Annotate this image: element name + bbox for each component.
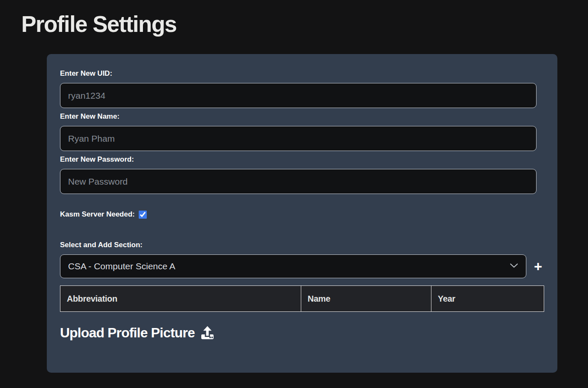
section-select-value: CSA - Computer Science A — [68, 261, 175, 271]
chevron-down-icon — [509, 260, 519, 273]
page-title: Profile Settings — [21, 11, 588, 37]
kasm-server-row: Kasm Server Needed: — [60, 210, 544, 219]
password-label: Enter New Password: — [60, 155, 544, 164]
kasm-server-label: Kasm Server Needed: — [60, 210, 135, 219]
upload-profile-picture-label: Upload Profile Picture — [60, 325, 195, 341]
section-select-row: CSA - Computer Science A + — [60, 254, 544, 278]
upload-icon — [200, 326, 214, 340]
sections-table-header-row: Abbreviation Name Year — [60, 286, 544, 312]
section-select[interactable]: CSA - Computer Science A — [60, 254, 526, 278]
kasm-server-checkbox[interactable] — [139, 211, 147, 219]
password-input[interactable] — [60, 169, 537, 194]
add-section-button[interactable]: + — [534, 260, 542, 274]
section-label: Select and Add Section: — [60, 241, 544, 249]
uid-input[interactable] — [60, 83, 537, 108]
sections-table: Abbreviation Name Year — [60, 285, 544, 312]
column-header-abbreviation: Abbreviation — [60, 286, 301, 312]
uid-label: Enter New UID: — [60, 69, 544, 78]
profile-settings-card: Enter New UID: Enter New Name: Enter New… — [47, 54, 557, 373]
column-header-year: Year — [431, 286, 544, 312]
upload-profile-picture-button[interactable]: Upload Profile Picture — [60, 325, 214, 341]
name-input[interactable] — [60, 126, 537, 151]
name-label: Enter New Name: — [60, 112, 544, 121]
column-header-name: Name — [301, 286, 431, 312]
